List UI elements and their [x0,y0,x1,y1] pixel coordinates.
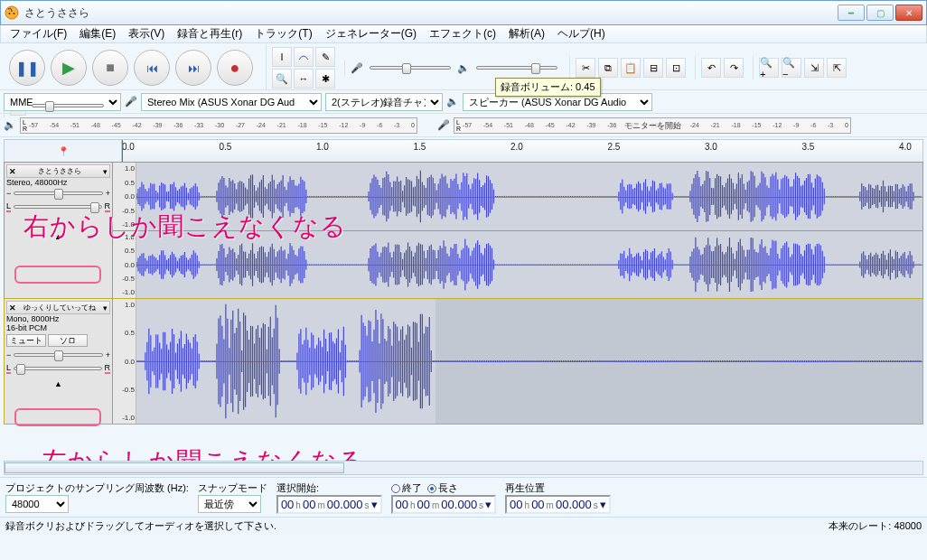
tracks-area: ✕さとうささら▾ Stereo, 48000Hz −+ LR ▲ 1.00.50… [4,162,923,425]
sel-length-time[interactable]: 00h00m00.000s▾ [391,495,497,514]
edit-group: ✂ ⧉ 📋 ⊟ ⊡ [569,56,691,79]
record-button[interactable]: ● [217,50,253,86]
menu-generate[interactable]: ジェネレーター(G) [320,24,422,43]
cut-button[interactable]: ✂ [576,58,595,78]
trim-button[interactable]: ⊟ [643,58,663,78]
menu-recplay[interactable]: 録音と再生(r) [172,24,248,43]
chevron-down-icon[interactable]: ▾ [485,498,492,511]
sel-start-label: 選択開始: [276,481,382,495]
project-rate-select[interactable]: 48000 [5,495,69,513]
pin-icon[interactable]: 📍 [58,146,69,156]
close-button[interactable]: ✕ [895,5,922,21]
solo-button[interactable]: ソロ [48,334,88,347]
play-button[interactable]: ▶ [51,50,87,86]
speaker-icon: 🔈 [4,119,16,131]
track-name: さとうささら [16,166,103,176]
snap-select[interactable]: 最近傍 [198,495,261,513]
track-close-icon[interactable]: ✕ [9,167,16,176]
device-bar: MME 🎤 Stereo Mix (ASUS Xonar DG Aud 2(ステ… [0,90,927,114]
rec-channels-select[interactable]: 2(ステレオ)録音チャン [325,93,443,111]
chevron-down-icon[interactable]: ▾ [371,498,378,511]
collapse-icon[interactable]: ▲ [6,379,110,388]
horizontal-scrollbar[interactable] [4,461,923,475]
play-volume-slider[interactable] [476,66,557,70]
track-bits: 16-bit PCM [6,323,110,332]
fit-project-button[interactable]: ⇱ [827,58,847,78]
silence-button[interactable]: ⊡ [666,58,686,78]
tools-group: I ✎ 🔍 ↔ ✱ [266,45,341,90]
playpos-label: 再生位置 [505,481,611,495]
fit-selection-button[interactable]: ⇲ [804,58,824,78]
svg-point-2 [14,13,15,14]
envelope-tool[interactable] [294,47,314,67]
track-close-icon[interactable]: ✕ [9,303,16,313]
gain-slider[interactable] [14,191,102,195]
playback-meter[interactable]: LR -57-54-51-48-45-42-39-36-33-30-27-24-… [20,117,417,134]
track-2-controls[interactable]: ✕ゆっくりしていってね▾ Mono, 8000Hz 16-bit PCM ミュー… [5,299,113,424]
speaker-icon: 🔈 [446,96,459,107]
maximize-button[interactable]: ▢ [866,5,894,21]
rec-device-select[interactable]: Stereo Mix (ASUS Xonar DG Aud [141,93,322,111]
menu-track[interactable]: トラック(T) [249,24,317,43]
track-mode: Stereo, 48000Hz [6,178,110,187]
copy-button[interactable]: ⧉ [598,58,618,78]
status-rate: 本来のレート: 48000 [829,519,922,533]
menu-analyze[interactable]: 解析(A) [503,24,550,43]
skip-end-button[interactable]: ⏭ [175,50,211,86]
amplitude-ruler: 1.00.50.0-0.5-1.0 [113,231,136,298]
chevron-down-icon[interactable]: ▾ [103,303,108,313]
mute-button[interactable]: ミュート [6,334,46,347]
amplitude-ruler: 1.00.50.0-0.5-1.0 [113,299,136,424]
collapse-icon[interactable]: ▲ [6,232,110,241]
stop-button[interactable]: ■ [92,50,128,86]
minimize-button[interactable]: ━ [838,5,865,21]
track-name: ゆっくりしていってね [16,303,103,313]
waveform-mono[interactable] [136,299,922,424]
timeline-ruler[interactable]: 📍 0.00.51.01.52.02.53.03.54.0 [4,139,923,163]
multi-tool[interactable]: ✱ [315,69,335,89]
zoom-in-button[interactable]: 🔍+ [759,58,779,78]
pan-slider[interactable] [14,367,101,370]
meter-click-label: モニターを開始 [624,120,681,132]
end-radio[interactable] [391,484,400,493]
play-pos-time[interactable]: 00h00m00.000s▾ [505,495,611,514]
track-mode: Mono, 8000Hz [6,314,110,323]
app-icon [5,5,19,20]
rate-label: プロジェクトのサンプリング周波数 (Hz): [5,481,189,495]
play-head[interactable] [122,140,123,162]
waveform-right[interactable] [136,231,922,298]
svg-point-1 [9,13,11,14]
sel-start-time[interactable]: 00h00m00.000s▾ [276,495,382,514]
menu-effect[interactable]: エフェクト(c) [424,24,501,43]
rec-volume-slider[interactable] [370,66,451,70]
length-radio[interactable] [427,484,436,493]
menu-help[interactable]: ヘルプ(H) [552,24,611,43]
zoom-out-button[interactable]: 🔍− [782,58,801,78]
selection-tool[interactable]: I [272,47,292,67]
menu-edit[interactable]: 編集(E) [74,24,121,43]
toolbar-main: ❚❚ ▶ ■ ⏮ ⏭ ● I ✎ 🔍 ↔ ✱ 🎤 🔈 ✂ ⧉ 📋 ⊟ ⊡ ↶ ↷ [0,43,927,90]
skip-start-button[interactable]: ⏮ [134,50,170,86]
audio-host-select[interactable]: MME [4,93,121,111]
pause-button[interactable]: ❚❚ [9,50,45,86]
paste-button[interactable]: 📋 [621,58,641,78]
pan-slider[interactable] [14,205,101,209]
chevron-down-icon[interactable]: ▾ [103,167,108,176]
chevron-down-icon[interactable]: ▾ [600,498,606,511]
rec-meter-group: 🎤 🔈 [344,61,566,76]
gain-slider[interactable] [14,353,102,357]
timeshift-tool[interactable]: ↔ [294,69,314,89]
menu-file[interactable]: ファイル(F) [5,24,72,43]
zoom-tool[interactable]: 🔍 [272,69,292,89]
menu-view[interactable]: 表示(V) [123,24,170,43]
transport-controls: ❚❚ ▶ ■ ⏮ ⏭ ● [4,46,262,89]
record-meter[interactable]: LR -57-54-51-48-45-42-39-36-33-30-27-24-… [454,117,851,134]
draw-tool[interactable]: ✎ [315,47,335,67]
undo-button[interactable]: ↶ [701,58,721,78]
rec-volume-tooltip: 録音ボリューム: 0.45 [495,78,601,97]
waveform-left[interactable] [136,163,922,230]
redo-button[interactable]: ↷ [724,58,744,78]
titlebar: さとうささら ━ ▢ ✕ [0,0,927,25]
track-1-controls[interactable]: ✕さとうささら▾ Stereo, 48000Hz −+ LR ▲ [5,163,113,298]
scrub-speed-slider[interactable] [32,104,104,107]
